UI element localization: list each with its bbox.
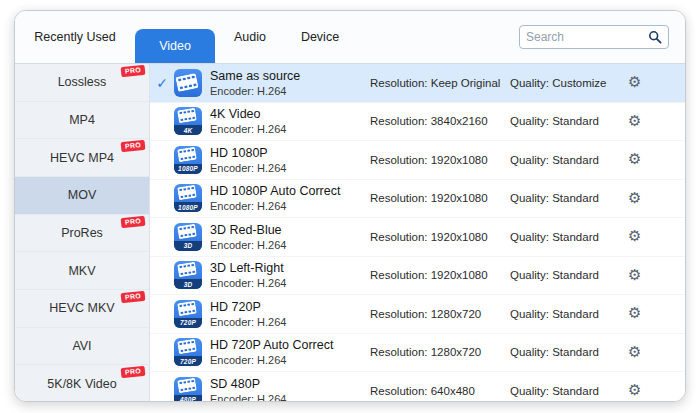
- resolution-badge: 4K: [174, 125, 202, 135]
- sidebar-item-avi[interactable]: AVI: [15, 328, 149, 366]
- settings-gear-icon[interactable]: ⚙: [622, 345, 641, 360]
- settings-gear-icon[interactable]: ⚙: [622, 268, 641, 283]
- preset-quality: Quality: Standard: [504, 269, 622, 281]
- tab-video[interactable]: Video: [135, 29, 215, 63]
- preset-resolution: Resolution: 640x480: [364, 385, 504, 397]
- sidebar-item-prores[interactable]: ProRes PRO: [15, 215, 149, 253]
- pro-badge: PRO: [120, 65, 145, 77]
- sidebar-item-label: MKV: [68, 264, 95, 278]
- pro-badge: PRO: [120, 366, 145, 378]
- pro-badge: PRO: [120, 140, 145, 152]
- film-strip-icon: [177, 339, 197, 355]
- preset-resolution: Resolution: 1920x1080: [364, 192, 504, 204]
- preset-encoder: Encoder: H.264: [210, 239, 364, 251]
- preset-row-3d-left-right[interactable]: 3D 3D Left-Right Encoder: H.264 Resoluti…: [150, 257, 685, 296]
- video-format-icon: 720P: [174, 300, 202, 328]
- preset-resolution: Resolution: 1920x1080: [364, 231, 504, 243]
- sidebar-item-mov[interactable]: MOV: [15, 177, 149, 215]
- preset-quality: Quality: Standard: [504, 115, 622, 127]
- preset-row-hd-1080p[interactable]: 1080P HD 1080P Encoder: H.264 Resolution…: [150, 141, 685, 180]
- preset-quality: Quality: Standard: [504, 231, 622, 243]
- settings-gear-icon[interactable]: ⚙: [622, 191, 641, 206]
- settings-gear-icon[interactable]: ⚙: [622, 306, 641, 321]
- search-box[interactable]: [519, 25, 669, 49]
- preset-encoder: Encoder: H.264: [210, 354, 364, 366]
- resolution-badge: 720P: [174, 318, 202, 328]
- preset-encoder: Encoder: H.264: [210, 316, 364, 328]
- preset-quality: Quality: Standard: [504, 385, 622, 397]
- film-strip-icon: [177, 262, 197, 278]
- film-strip-icon: [177, 300, 197, 316]
- settings-gear-icon[interactable]: ⚙: [622, 152, 641, 167]
- preset-resolution: Resolution: 1280x720: [364, 308, 504, 320]
- resolution-badge: 720P: [174, 356, 202, 366]
- tab-bar: Recently Used Video Audio Device: [15, 11, 685, 64]
- sidebar-item-label: Lossless: [58, 75, 107, 89]
- preset-title: HD 1080P: [210, 146, 364, 160]
- preset-resolution: Resolution: Keep Original: [364, 77, 504, 89]
- sidebar-item-label: MOV: [68, 188, 96, 202]
- preset-title: 4K Video: [210, 107, 364, 121]
- sidebar-item-hevc-mkv[interactable]: HEVC MKV PRO: [15, 290, 149, 328]
- preset-quality: Quality: Standard: [504, 192, 622, 204]
- sidebar-item-label: ProRes: [61, 226, 103, 240]
- video-format-icon: 1080P: [174, 184, 202, 212]
- settings-gear-icon[interactable]: ⚙: [622, 229, 641, 244]
- sidebar-item-label: HEVC MKV: [49, 301, 114, 315]
- video-format-icon: 720P: [174, 338, 202, 366]
- preset-title: 3D Red-Blue: [210, 223, 364, 237]
- pro-badge: PRO: [120, 215, 145, 227]
- sidebar-item-hevc-mp4[interactable]: HEVC MP4 PRO: [15, 139, 149, 177]
- film-strip-icon: [177, 185, 197, 201]
- pro-badge: PRO: [120, 291, 145, 303]
- preset-resolution: Resolution: 1280x720: [364, 346, 504, 358]
- settings-gear-icon[interactable]: ⚙: [622, 383, 641, 398]
- film-strip-icon: [177, 223, 197, 239]
- sidebar-item-mp4[interactable]: MP4: [15, 102, 149, 140]
- preset-row-hd-720p-auto-correct[interactable]: 720P HD 720P Auto Correct Encoder: H.264…: [150, 334, 685, 373]
- video-format-icon: 480P: [174, 377, 202, 402]
- preset-row-4k-video[interactable]: 4K 4K Video Encoder: H.264 Resolution: 3…: [150, 103, 685, 142]
- resolution-badge: 1080P: [174, 202, 202, 212]
- preset-quality: Quality: Standard: [504, 154, 622, 166]
- settings-gear-icon[interactable]: ⚙: [622, 75, 641, 90]
- settings-gear-icon[interactable]: ⚙: [622, 114, 641, 129]
- preset-resolution: Resolution: 3840x2160: [364, 115, 504, 127]
- tab-recently-used[interactable]: Recently Used: [15, 30, 135, 44]
- preset-row-hd-720p[interactable]: 720P HD 720P Encoder: H.264 Resolution: …: [150, 295, 685, 334]
- film-strip-icon: [175, 73, 198, 92]
- sidebar-item-label: 5K/8K Video: [47, 377, 116, 391]
- preset-row-3d-red-blue[interactable]: 3D 3D Red-Blue Encoder: H.264 Resolution…: [150, 218, 685, 257]
- sidebar-item-mkv[interactable]: MKV: [15, 252, 149, 290]
- preset-quality: Quality: Standard: [504, 346, 622, 358]
- preset-title: SD 480P: [210, 377, 364, 391]
- preset-row-same-as-source[interactable]: ✓ Same as source Encoder: H.264 Resoluti…: [150, 64, 685, 103]
- format-selection-dialog: Recently Used Video Audio Device Lossles…: [14, 10, 686, 402]
- preset-title: HD 1080P Auto Correct: [210, 184, 364, 198]
- tab-device[interactable]: Device: [285, 30, 355, 44]
- resolution-badge: 1080P: [174, 164, 202, 174]
- preset-quality: Quality: Standard: [504, 308, 622, 320]
- preset-title: HD 720P Auto Correct: [210, 338, 364, 352]
- preset-title: 3D Left-Right: [210, 261, 364, 275]
- video-format-icon: 3D: [174, 223, 202, 251]
- video-format-icon: [174, 69, 202, 97]
- preset-row-hd-1080p-auto-correct[interactable]: 1080P HD 1080P Auto Correct Encoder: H.2…: [150, 180, 685, 219]
- resolution-badge: 3D: [174, 241, 202, 251]
- preset-title: Same as source: [210, 69, 364, 83]
- preset-encoder: Encoder: H.264: [210, 162, 364, 174]
- preset-encoder: Encoder: H.264: [210, 277, 364, 289]
- video-format-icon: 1080P: [174, 146, 202, 174]
- preset-row-sd-480p[interactable]: 480P SD 480P Encoder: H.264 Resolution: …: [150, 372, 685, 402]
- sidebar-item-5k8k-video[interactable]: 5K/8K Video PRO: [15, 365, 149, 402]
- preset-encoder: Encoder: H.264: [210, 200, 364, 212]
- sidebar-item-lossless[interactable]: Lossless PRO: [15, 64, 149, 102]
- preset-encoder: Encoder: H.264: [210, 123, 364, 135]
- search-input[interactable]: [526, 30, 648, 44]
- search-icon[interactable]: [648, 30, 662, 44]
- resolution-badge: 480P: [174, 395, 202, 402]
- preset-title: HD 720P: [210, 300, 364, 314]
- preset-encoder: Encoder: H.264: [210, 85, 364, 97]
- preset-encoder: Encoder: H.264: [210, 393, 364, 402]
- tab-audio[interactable]: Audio: [215, 30, 285, 44]
